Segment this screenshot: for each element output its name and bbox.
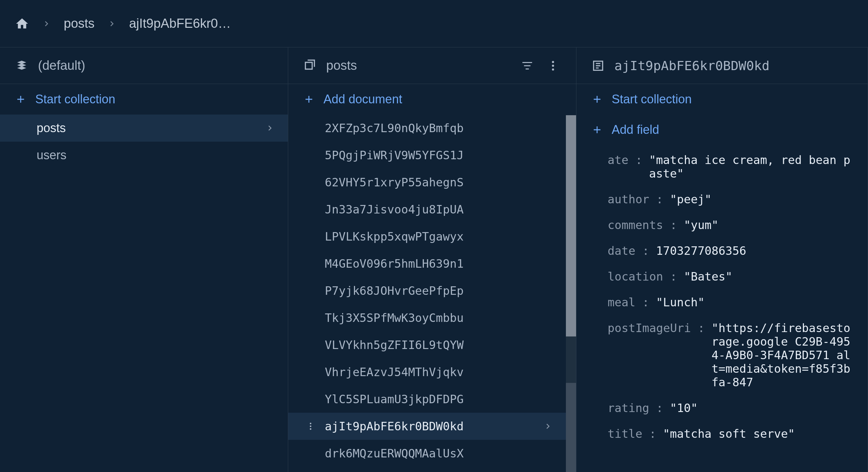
- document-row-label: 2XFZp3c7L90nQkyBmfqb: [325, 121, 463, 135]
- document-row[interactable]: 62VHY5r1xryP55ahegnS: [288, 169, 566, 196]
- root-panel: (default) Start collection postsusers: [0, 47, 288, 472]
- field-key: meal :: [608, 295, 649, 309]
- svg-point-38: [310, 428, 312, 430]
- field-row[interactable]: author :"peej": [576, 186, 868, 212]
- chevron-right-icon: [107, 19, 117, 29]
- document-panel: ajIt9pAbFE6kr0BDW0kd Start collection Ad…: [576, 47, 868, 472]
- document-row-label: VhrjeEAzvJ54MThVjqkv: [325, 365, 463, 379]
- svg-point-36: [310, 423, 312, 425]
- documents-panel-title: posts: [326, 58, 357, 73]
- root-panel-header: (default): [0, 47, 288, 84]
- database-icon: [15, 59, 28, 73]
- field-row[interactable]: comments :"yum": [576, 212, 868, 238]
- chevron-right-icon: [41, 19, 52, 29]
- field-row[interactable]: meal :"Lunch": [576, 289, 868, 315]
- document-icon: [591, 59, 605, 73]
- document-row[interactable]: VhrjeEAzvJ54MThVjqkv: [288, 358, 566, 386]
- document-row-label: 5PQgjPiWRjV9W5YFGS1J: [325, 148, 463, 162]
- collection-row-label: users: [37, 148, 66, 162]
- documents-scrollbar[interactable]: [566, 115, 576, 472]
- document-row[interactable]: Tkj3X5SPfMwK3oyCmbbu: [288, 304, 566, 331]
- add-document-label: Add document: [323, 92, 402, 106]
- more-vert-icon[interactable]: [306, 422, 315, 431]
- add-field-button[interactable]: Add field: [576, 115, 868, 145]
- plus-icon: [303, 94, 315, 105]
- plus-icon: [591, 94, 603, 105]
- documents-panel-header: posts: [288, 47, 576, 84]
- filter-icon[interactable]: [519, 58, 535, 74]
- field-row[interactable]: postImageUri :"https://firebasestorage.g…: [576, 315, 868, 395]
- start-collection-button[interactable]: Start collection: [0, 84, 288, 115]
- document-row[interactable]: M4GEoV096r5hmLH639n1: [288, 250, 566, 277]
- document-row[interactable]: VLVYkhn5gZFII6L9tQYW: [288, 331, 566, 358]
- document-row[interactable]: P7yjk68JOHvrGeePfpEp: [288, 277, 566, 304]
- document-row[interactable]: 2XFZp3c7L90nQkyBmfqb: [288, 115, 566, 142]
- field-value: "matcha ice cream, red bean paste": [649, 153, 853, 180]
- field-value: "10": [670, 401, 698, 415]
- svg-point-0: [552, 61, 554, 63]
- collection-row[interactable]: posts: [0, 115, 288, 142]
- home-icon[interactable]: [15, 17, 29, 31]
- field-key: ate :: [608, 153, 642, 167]
- document-row-label: VLVYkhn5gZFII6L9tQYW: [325, 338, 463, 352]
- documents-panel: posts Add document 2XFZp3c7L90nQkyBmfqb5…: [288, 47, 576, 472]
- document-row-label: drk6MQzuERWQQMAalUsX: [325, 447, 463, 460]
- document-panel-title: ajIt9pAbFE6kr0BDW0kd: [614, 58, 770, 73]
- breadcrumb: posts ajIt9pAbFE6kr0…: [0, 0, 868, 47]
- document-row[interactable]: 5PQgjPiWRjV9W5YFGS1J: [288, 142, 566, 169]
- document-row[interactable]: drk6MQzuERWQQMAalUsX: [288, 440, 566, 467]
- field-value: "yum": [684, 218, 718, 232]
- field-value: "https://firebasestorage.google C29B-495…: [712, 321, 853, 389]
- svg-point-1: [552, 64, 554, 66]
- doc-start-collection-button[interactable]: Start collection: [576, 84, 868, 115]
- document-row[interactable]: YlC5SPLuamU3jkpDFDPG: [288, 386, 566, 413]
- field-row[interactable]: date :1703277086356: [576, 238, 868, 264]
- more-vert-icon[interactable]: [545, 58, 561, 74]
- field-key: date :: [608, 244, 649, 258]
- breadcrumb-document[interactable]: ajIt9pAbFE6kr0…: [129, 16, 231, 31]
- field-row[interactable]: title :"matcha soft serve": [576, 421, 868, 447]
- start-collection-label: Start collection: [35, 92, 115, 106]
- plus-icon: [591, 124, 603, 136]
- field-key: postImageUri :: [608, 321, 705, 335]
- collections-list: postsusers: [0, 115, 288, 472]
- document-panel-header: ajIt9pAbFE6kr0BDW0kd: [576, 47, 868, 84]
- document-row[interactable]: Jn33a7Jisvoo4ju8IpUA: [288, 196, 566, 223]
- plus-icon: [15, 94, 26, 105]
- field-value: "matcha soft serve": [663, 427, 795, 440]
- document-row[interactable]: ajIt9pAbFE6kr0BDW0kd: [288, 413, 566, 440]
- chevron-right-icon: [265, 123, 275, 133]
- document-row[interactable]: LPVLKskpp5xqwPTgawyx: [288, 223, 566, 250]
- field-value: "Bates": [684, 270, 732, 283]
- field-value: 1703277086356: [656, 244, 746, 258]
- add-field-label: Add field: [612, 123, 659, 137]
- fields-list: ate :"matcha ice cream, red bean paste"a…: [576, 145, 868, 472]
- document-row-label: YlC5SPLuamU3jkpDFDPG: [325, 392, 463, 406]
- documents-list: 2XFZp3c7L90nQkyBmfqb5PQgjPiWRjV9W5YFGS1J…: [288, 115, 576, 472]
- collection-row-label: posts: [37, 121, 66, 135]
- field-key: rating :: [608, 401, 663, 415]
- chevron-right-icon: [543, 421, 553, 431]
- doc-start-collection-label: Start collection: [612, 92, 692, 106]
- field-key: location :: [608, 270, 677, 283]
- field-value: "Lunch": [656, 295, 705, 309]
- document-row-label: Jn33a7Jisvoo4ju8IpUA: [325, 203, 463, 216]
- columns: (default) Start collection postsusers po…: [0, 47, 868, 472]
- add-document-button[interactable]: Add document: [288, 84, 576, 115]
- field-key: author :: [608, 192, 663, 206]
- field-row[interactable]: rating :"10": [576, 395, 868, 421]
- field-row[interactable]: location :"Bates": [576, 264, 868, 289]
- collection-row[interactable]: users: [0, 142, 288, 169]
- document-row-label: LPVLKskpp5xqwPTgawyx: [325, 230, 463, 243]
- field-row[interactable]: ate :"matcha ice cream, red bean paste": [576, 147, 868, 186]
- breadcrumb-collection[interactable]: posts: [64, 16, 95, 31]
- root-panel-title: (default): [38, 58, 85, 73]
- field-key: comments :: [608, 218, 677, 232]
- document-row-label: Tkj3X5SPfMwK3oyCmbbu: [325, 311, 463, 325]
- svg-point-2: [552, 68, 554, 70]
- document-row-label: M4GEoV096r5hmLH639n1: [325, 257, 463, 270]
- document-row-label: ajIt9pAbFE6kr0BDW0kd: [325, 419, 463, 433]
- svg-point-37: [310, 426, 312, 427]
- field-value: "peej": [670, 192, 712, 206]
- document-row-label: 62VHY5r1xryP55ahegnS: [325, 176, 463, 189]
